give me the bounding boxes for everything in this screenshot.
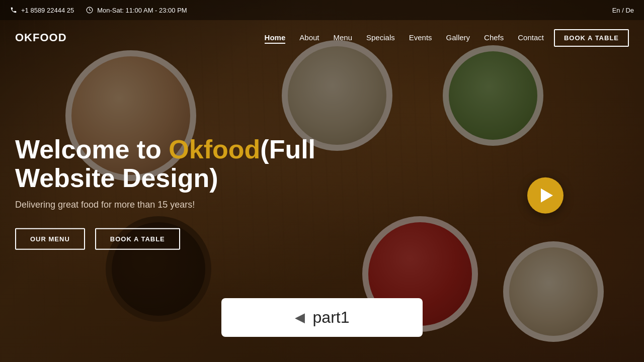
- nav-link-menu[interactable]: Menu: [333, 33, 352, 42]
- nav-item-home[interactable]: Home: [265, 33, 286, 42]
- clock-icon: [86, 7, 93, 14]
- nav-item-contact[interactable]: Contact: [518, 33, 544, 42]
- our-menu-button[interactable]: OUR MENU: [15, 228, 85, 250]
- topbar: +1 8589 22444 25 Mon-Sat: 11:00 AM - 23:…: [0, 0, 644, 20]
- nav-link-events[interactable]: Events: [409, 33, 432, 42]
- hero-title: Welcome to Okfood(Full Website Design): [15, 135, 342, 193]
- phone-icon: [10, 7, 17, 14]
- nav-item-events[interactable]: Events: [409, 33, 432, 42]
- nav-item-specials[interactable]: Specials: [366, 33, 395, 42]
- hero-content: Welcome to Okfood(Full Website Design) D…: [15, 135, 342, 250]
- nav-item-about[interactable]: About: [299, 33, 319, 42]
- hero-title-prefix: Welcome to: [15, 135, 169, 164]
- book-table-hero-button[interactable]: BOOK A TABLE: [95, 228, 180, 250]
- nav-item-menu[interactable]: Menu: [333, 33, 352, 42]
- book-table-nav-button[interactable]: BOOK A TABLE: [554, 29, 629, 47]
- part1-arrow: ◀: [295, 310, 305, 325]
- hero-subtitle: Delivering great food for more than 15 y…: [15, 200, 342, 210]
- hero-brand-name: Okfood: [169, 135, 260, 164]
- nav-item-chefs[interactable]: Chefs: [484, 33, 504, 42]
- nav-link-home[interactable]: Home: [265, 33, 286, 44]
- nav-link-contact[interactable]: Contact: [518, 33, 544, 42]
- nav-links: Home About Menu Specials Events Gallery …: [265, 33, 544, 42]
- topbar-phone: +1 8589 22444 25: [10, 7, 74, 14]
- nav-link-gallery[interactable]: Gallery: [446, 33, 470, 42]
- navbar: OKFOOD Home About Menu Specials Events G…: [0, 20, 644, 55]
- nav-link-specials[interactable]: Specials: [366, 33, 395, 42]
- hero-buttons: OUR MENU BOOK A TABLE: [15, 228, 342, 250]
- hero-section: +1 8589 22444 25 Mon-Sat: 11:00 AM - 23:…: [0, 0, 644, 362]
- topbar-hours: Mon-Sat: 11:00 AM - 23:00 PM: [86, 7, 187, 14]
- site-logo[interactable]: OKFOOD: [15, 31, 67, 44]
- part1-annotation: ◀ part1: [221, 298, 423, 337]
- nav-item-gallery[interactable]: Gallery: [446, 33, 470, 42]
- nav-link-about[interactable]: About: [299, 33, 319, 42]
- part1-label: part1: [313, 308, 350, 327]
- play-icon: [541, 189, 553, 203]
- topbar-lang[interactable]: En / De: [612, 7, 634, 14]
- play-button[interactable]: [527, 177, 564, 214]
- nav-link-chefs[interactable]: Chefs: [484, 33, 504, 42]
